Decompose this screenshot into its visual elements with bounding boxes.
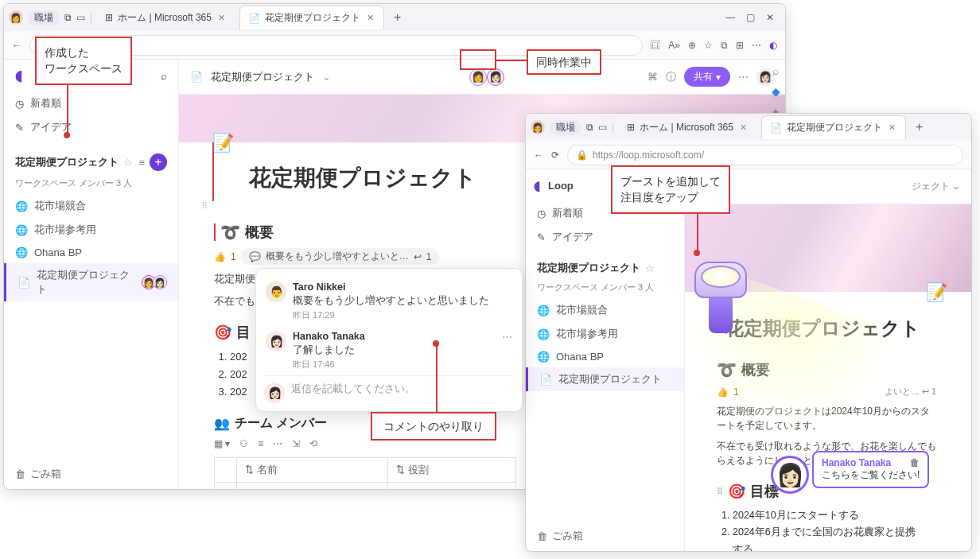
overview-heading[interactable]: 概要 bbox=[245, 223, 274, 242]
immersive-reader-icon[interactable]: ⿴ bbox=[651, 40, 660, 51]
person-icon[interactable]: ⚇ bbox=[239, 438, 248, 449]
sidebar-page-ohana-bp[interactable]: 🌐 Ohana BP bbox=[526, 346, 684, 367]
member-role-cell[interactable]: リーダー bbox=[387, 483, 515, 489]
tab-microsoft-365[interactable]: ⊞ ホーム | Microsoft 365 ✕ bbox=[97, 6, 235, 29]
window-minimize-icon[interactable]: — bbox=[725, 12, 735, 23]
table-col-role[interactable]: ⇅ 役割 bbox=[387, 458, 515, 483]
like-reaction-icon[interactable]: 👍 bbox=[717, 386, 729, 398]
window-close-icon[interactable]: ✕ bbox=[766, 12, 774, 23]
zoom-icon[interactable]: ⊕ bbox=[688, 40, 696, 51]
close-icon[interactable]: ✕ bbox=[887, 122, 897, 133]
read-aloud-icon[interactable]: A» bbox=[668, 40, 680, 51]
goals-list[interactable]: 2024年10月にスタートする 2024年6月までに全国のお花農家と提携する 2… bbox=[685, 504, 971, 551]
workspace-header[interactable]: 花定期便プロジェクト ☆ bbox=[526, 255, 684, 281]
comment-thread-popover[interactable]: 👨 Taro Nikkei 概要をもう少し増やすとよいと思いました 昨日 17:… bbox=[255, 268, 523, 412]
sidebar-ideas[interactable]: ✎ アイデア bbox=[4, 115, 178, 139]
goals-heading[interactable]: 目 bbox=[236, 323, 251, 342]
menu-icon[interactable]: ⋯ bbox=[752, 40, 761, 51]
workspaces-icon[interactable]: ⧉ bbox=[586, 122, 593, 133]
sidebar-recent[interactable]: ◷ 新着順 bbox=[4, 91, 178, 115]
component-icon[interactable]: ⌘ bbox=[648, 71, 658, 83]
search-icon[interactable]: ⌕ bbox=[161, 70, 167, 82]
member-name-cell[interactable]: 田中 花子 bbox=[237, 483, 388, 489]
nav-back-icon[interactable]: ← bbox=[12, 40, 21, 51]
tab-loop-doc[interactable]: 📄 花定期便プロジェクト ✕ bbox=[761, 115, 906, 139]
table-row[interactable]: 1 田中 花子 リーダー bbox=[215, 483, 516, 489]
page-emoji[interactable]: 📝 bbox=[926, 282, 947, 303]
search-rail-icon[interactable]: ⌕ bbox=[772, 64, 779, 77]
sidebar-page-project[interactable]: 📄 花定期便プロジェクト bbox=[526, 367, 684, 391]
sidebar-ideas[interactable]: ✎ アイデア bbox=[526, 225, 684, 249]
loop-logo-icon[interactable]: ◖ bbox=[15, 67, 22, 84]
filter-icon[interactable]: ≡ bbox=[138, 157, 145, 169]
reply-input[interactable]: 返信を記載してください。 bbox=[291, 382, 514, 403]
profile-avatar[interactable]: 👩 bbox=[9, 10, 23, 25]
filter-icon[interactable]: ≡ bbox=[258, 438, 263, 449]
sidebar-page-project[interactable]: 📄 花定期便プロジェクト 👩 👩🏻 bbox=[4, 263, 178, 301]
new-tab-button[interactable]: + bbox=[911, 120, 928, 134]
more-icon[interactable]: ⋯ bbox=[738, 71, 749, 83]
tabs-icon[interactable]: ▭ bbox=[598, 122, 607, 133]
sidebar-page-market-competitors[interactable]: 🌐 花市場競合 bbox=[4, 194, 178, 218]
sidebar-page-market-reference[interactable]: 🌐 花市場参考用 bbox=[526, 322, 684, 346]
share-button[interactable]: 共有 ▾ bbox=[684, 67, 730, 87]
nav-back-icon[interactable]: ← bbox=[534, 149, 543, 161]
sidebar-trash[interactable]: 🗑 ごみ箱 bbox=[4, 459, 178, 489]
members-table[interactable]: ⇅ 名前 ⇅ 役割 1 田中 花子 リーダー bbox=[214, 457, 516, 489]
document-canvas[interactable]: 📝 花定期便プロジェクト ➰ 概要 👍 1 よいと… ↩ 1 花定期便のプロジェ… bbox=[685, 204, 971, 551]
tab-loop-doc[interactable]: 📄 花定期便プロジェクト ✕ bbox=[239, 6, 384, 29]
sidebar-trash[interactable]: 🗑 ごみ箱 bbox=[526, 521, 684, 551]
copilot-icon[interactable]: ◐ bbox=[769, 40, 777, 51]
share-component-icon[interactable]: ⟲ bbox=[309, 438, 317, 449]
profile-pill[interactable]: 職場 bbox=[550, 120, 581, 135]
workspace-header[interactable]: 花定期便プロジェクト ☆ ≡ + bbox=[4, 147, 178, 177]
star-icon[interactable]: ☆ bbox=[704, 40, 713, 51]
table-view-icon[interactable]: ▦ ▾ bbox=[214, 438, 230, 449]
more-icon[interactable]: ⋯ bbox=[502, 331, 512, 371]
table-col-name[interactable]: ⇅ 名前 bbox=[237, 458, 388, 483]
goal-item[interactable]: 2024年10月にスタートする bbox=[733, 507, 920, 524]
workspaces-icon[interactable]: ⧉ bbox=[64, 12, 72, 23]
profile-pill[interactable]: 職場 bbox=[28, 10, 60, 25]
tab-microsoft-365[interactable]: ⊞ ホーム | Microsoft 365 ✕ bbox=[619, 115, 756, 139]
window-maximize-icon[interactable]: ▢ bbox=[746, 12, 755, 23]
url-input[interactable]: 🔒 https://loop.microsoft.com/ bbox=[567, 145, 963, 165]
loop-favicon: 📄 bbox=[770, 122, 782, 134]
favorite-icon[interactable]: ☆ bbox=[645, 262, 655, 274]
page-emoji[interactable]: 📝 bbox=[212, 133, 234, 153]
extensions-icon[interactable]: ⧉ bbox=[721, 40, 728, 51]
comment-preview-chip[interactable]: 💬 概要をもう少し増やすとよいと… ↩ 1 bbox=[241, 248, 440, 265]
chevron-down-icon[interactable]: ⌄ bbox=[322, 71, 331, 83]
copilot-rail-icon[interactable]: ◆ bbox=[772, 85, 780, 98]
sidebar-page-ohana-bp[interactable]: 🌐 Ohana BP bbox=[4, 242, 178, 263]
trash-icon[interactable]: 🗑 bbox=[910, 457, 920, 468]
close-icon[interactable]: ✕ bbox=[216, 13, 227, 23]
sidebar-page-market-competitors[interactable]: 🌐 花市場競合 bbox=[526, 298, 684, 322]
collections-icon[interactable]: ⊞ bbox=[736, 40, 744, 51]
sidebar-page-market-reference[interactable]: 🌐 花市場参考用 bbox=[4, 218, 178, 242]
breadcrumb[interactable]: 花定期便プロジェクト bbox=[211, 70, 314, 84]
tabs-icon[interactable]: ▭ bbox=[76, 12, 85, 23]
loop-logo-icon[interactable]: ◖ bbox=[534, 178, 540, 193]
new-tab-button[interactable]: + bbox=[389, 10, 406, 25]
more-icon[interactable]: ⋯ bbox=[273, 438, 282, 449]
info-icon[interactable]: ⓘ bbox=[666, 70, 676, 84]
page-emoji-icon[interactable]: 📄 bbox=[190, 71, 203, 83]
profile-avatar[interactable]: 👩 bbox=[531, 120, 545, 134]
overview-body-line[interactable]: 花定期便のプロジェクトは2024年10月からのスタートを予定しています。 bbox=[685, 401, 971, 436]
attach-icon[interactable]: ⇲ bbox=[292, 438, 300, 449]
presence-avatars[interactable]: 👩 👩🏻 bbox=[469, 68, 504, 86]
like-reaction-icon[interactable]: 👍 bbox=[214, 251, 226, 262]
close-icon[interactable]: ✕ bbox=[738, 122, 749, 133]
goal-item[interactable]: 2024年6月までに全国のお花農家と提携する bbox=[733, 524, 920, 551]
target-icon: 🎯 bbox=[214, 324, 231, 341]
presence-callout[interactable]: Hanako Tanaka 🗑 こちらをご覧ください! bbox=[812, 451, 929, 488]
favorite-icon[interactable]: ☆ bbox=[123, 157, 133, 169]
drag-handle-icon[interactable]: ⠿ bbox=[717, 487, 723, 497]
close-icon[interactable]: ✕ bbox=[365, 13, 375, 23]
overview-heading[interactable]: 概要 bbox=[741, 360, 770, 379]
refresh-icon[interactable]: ⟳ bbox=[551, 149, 559, 161]
team-heading[interactable]: チーム メンバー bbox=[235, 415, 327, 432]
add-page-button[interactable]: + bbox=[150, 153, 167, 171]
comment-timestamp: 昨日 17:46 bbox=[293, 357, 496, 371]
